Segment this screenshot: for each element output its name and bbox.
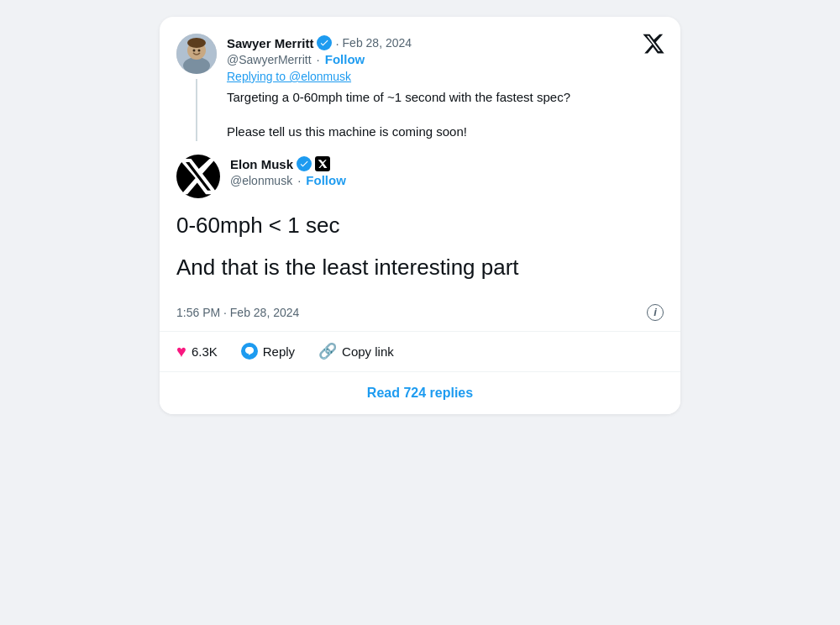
reply-handle-row: @SawyerMerritt · Follow: [227, 52, 664, 66]
dot-separator-3: ·: [297, 173, 301, 187]
reply-text-line2: Please tell us this machine is coming so…: [227, 123, 664, 142]
main-tweet-body: 0-60mph < 1 sec And that is the least in…: [176, 208, 664, 304]
reply-action[interactable]: Reply: [241, 343, 295, 360]
main-text-line2: And that is the least interesting part: [176, 254, 664, 282]
verified-badge-sawyer: [317, 35, 332, 50]
reply-avatar-col: [176, 34, 217, 141]
thread-line: [196, 79, 197, 141]
heart-icon: ♥: [176, 342, 186, 361]
copy-link-action[interactable]: 🔗 Copy link: [318, 342, 394, 360]
reply-date: Feb 28, 2024: [343, 36, 412, 50]
elon-handle: @elonmusk: [230, 174, 292, 187]
copy-link-label: Copy link: [342, 344, 394, 359]
elon-username: Elon Musk: [230, 157, 293, 171]
reply-tweet: Sawyer Merritt · Feb 28, 2024 @SawyerMer…: [176, 34, 664, 141]
reply-username: Sawyer Merritt: [227, 36, 313, 50]
read-replies-button[interactable]: Read 724 replies: [160, 371, 680, 414]
tweet-card: Sawyer Merritt · Feb 28, 2024 @SawyerMer…: [160, 17, 680, 414]
dot-separator-2: ·: [317, 52, 320, 66]
like-action[interactable]: ♥ 6.3K: [176, 342, 218, 361]
x-badge-elon: [315, 156, 330, 171]
follow-button-sawyer[interactable]: Follow: [325, 52, 365, 66]
reply-text-line1: Targeting a 0-60mph time of ~1 second wi…: [227, 88, 664, 108]
elon-avatar: [176, 155, 220, 198]
elon-handle-row: @elonmusk · Follow: [230, 173, 664, 187]
reply-bubble-icon: [241, 343, 258, 360]
tweet-timestamp: 1:56 PM · Feb 28, 2024: [176, 306, 299, 319]
x-logo-icon: [642, 32, 665, 55]
timestamp-row: 1:56 PM · Feb 28, 2024 i: [176, 304, 664, 321]
follow-button-elon[interactable]: Follow: [306, 173, 346, 187]
svg-point-3: [187, 38, 206, 48]
like-count: 6.3K: [192, 344, 218, 359]
sawyer-avatar: [176, 34, 217, 74]
elon-user-row: Elon Musk: [230, 156, 664, 171]
elon-content: Elon Musk @elonmusk · Follow: [230, 155, 664, 198]
svg-point-4: [193, 50, 196, 52]
reply-content: Sawyer Merritt · Feb 28, 2024 @SawyerMer…: [227, 34, 664, 141]
reply-user-row: Sawyer Merritt · Feb 28, 2024: [227, 35, 664, 50]
main-tweet-header: Elon Musk @elonmusk · Follow: [176, 155, 664, 198]
info-icon[interactable]: i: [647, 304, 664, 321]
reply-label: Reply: [263, 344, 295, 359]
actions-row: ♥ 6.3K Reply 🔗 Copy link: [176, 332, 664, 371]
verified-badge-elon: [297, 156, 312, 171]
link-icon: 🔗: [318, 342, 337, 360]
dot-separator: ·: [335, 36, 339, 50]
reply-handle: @SawyerMerritt: [227, 53, 312, 66]
replying-to-link[interactable]: Replying to @elonmusk: [227, 70, 664, 83]
svg-point-5: [198, 50, 201, 52]
main-text-line1: 0-60mph < 1 sec: [176, 212, 664, 240]
